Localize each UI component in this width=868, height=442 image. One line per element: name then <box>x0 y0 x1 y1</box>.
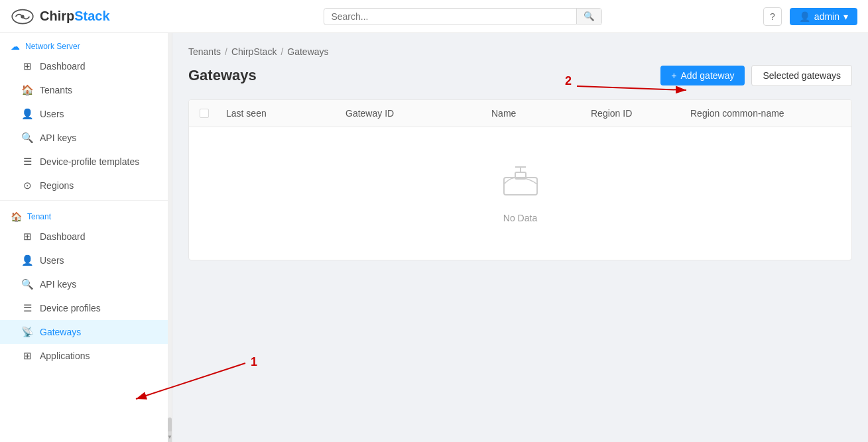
scrollbar-track[interactable] <box>168 33 172 442</box>
page-title: Gateways <box>188 67 257 84</box>
sidebar-item-users-t[interactable]: 👤 Users <box>0 249 172 272</box>
selected-gateways-button[interactable]: Selected gateways <box>751 65 852 86</box>
sidebar-item-label: Regions <box>40 180 74 191</box>
table-col-gateway-id: Gateway ID <box>345 108 491 119</box>
network-server-section: ☁ Network Server <box>0 33 172 54</box>
table-header: Last seen Gateway ID Name Region ID Regi… <box>189 100 851 127</box>
table-col-name: Name <box>491 108 591 119</box>
plus-icon: + <box>671 70 676 81</box>
breadcrumb: Tenants / ChirpStack / Gateways <box>188 46 852 57</box>
col-last-seen-label: Last seen <box>226 108 267 119</box>
sidebar-item-label: API keys <box>40 133 76 143</box>
sidebar-item-label: Users <box>40 255 64 266</box>
sidebar-item-label: Dashboard <box>40 61 86 72</box>
sidebar-item-label: Device profiles <box>40 303 101 313</box>
user-icon: 👤 <box>799 11 810 22</box>
sidebar-item-label: Gateways <box>40 327 81 337</box>
tenants-icon: 🏠 <box>21 84 33 96</box>
breadcrumb-sep-2: / <box>280 46 283 57</box>
main-layout: ☁ Network Server ⊞ Dashboard 🏠 Tenants 👤… <box>0 33 868 442</box>
help-button[interactable]: ? <box>763 7 782 26</box>
table-col-last-seen: Last seen <box>226 108 345 119</box>
tenant-label: Tenant <box>27 212 51 221</box>
sidebar-item-dashboard-ns[interactable]: ⊞ Dashboard <box>0 54 172 78</box>
sidebar-item-dashboard-t[interactable]: ⊞ Dashboard <box>0 225 172 249</box>
add-gateway-label: Add gateway <box>681 70 735 81</box>
device-profiles-t-icon: ☰ <box>21 302 33 314</box>
sidebar-item-label: API keys <box>40 279 76 290</box>
dashboard-t-icon: ⊞ <box>21 231 33 243</box>
help-icon: ? <box>770 11 775 22</box>
search-area: 🔍 <box>163 8 763 25</box>
sidebar-item-api-keys-ns[interactable]: 🔍 API keys <box>0 126 172 150</box>
no-data-text: No Data <box>503 213 537 223</box>
applications-icon: ⊞ <box>21 350 33 362</box>
add-gateway-button[interactable]: + Add gateway <box>660 66 745 85</box>
header: ChirpStack 🔍 ? 👤 admin ▾ <box>0 0 868 33</box>
breadcrumb-tenants[interactable]: Tenants <box>188 46 221 57</box>
tenant-section: 🏠 Tenant <box>0 203 172 225</box>
sidebar-item-device-profiles-ns[interactable]: ☰ Device-profile templates <box>0 150 172 174</box>
sidebar-item-regions[interactable]: ⊙ Regions <box>0 174 172 197</box>
select-all-checkbox[interactable] <box>200 109 209 118</box>
users-icon: 👤 <box>21 108 33 120</box>
sidebar-item-device-profiles-t[interactable]: ☰ Device profiles <box>0 296 172 320</box>
no-data-icon <box>501 164 540 205</box>
table-col-region-id: Region ID <box>591 108 690 119</box>
admin-menu-button[interactable]: 👤 admin ▾ <box>790 8 857 25</box>
sidebar-divider <box>0 200 172 201</box>
col-gateway-id-label: Gateway ID <box>345 108 394 119</box>
search-button[interactable]: 🔍 <box>576 9 601 24</box>
chirpstack-logo-icon <box>11 7 34 26</box>
selected-gateways-label: Selected gateways <box>763 70 841 81</box>
sidebar-item-label: Tenants <box>40 85 72 95</box>
sidebar: ☁ Network Server ⊞ Dashboard 🏠 Tenants 👤… <box>0 33 172 442</box>
table-col-checkbox <box>200 108 226 119</box>
svg-point-1 <box>21 15 24 18</box>
sidebar-item-gateways[interactable]: 📡 Gateways <box>0 320 172 344</box>
sidebar-item-label: Device-profile templates <box>40 156 139 167</box>
api-keys-icon: 🔍 <box>21 132 33 144</box>
gateways-table: Last seen Gateway ID Name Region ID Regi… <box>188 99 852 260</box>
admin-label: admin <box>814 11 839 22</box>
dashboard-icon: ⊞ <box>21 60 33 72</box>
main-content: Tenants / ChirpStack / Gateways Gateways… <box>172 33 868 442</box>
gateways-icon: 📡 <box>21 326 33 338</box>
table-body: No Data <box>189 127 851 260</box>
search-input[interactable] <box>331 11 568 22</box>
regions-icon: ⊙ <box>21 180 33 192</box>
logo-area: ChirpStack <box>11 7 163 26</box>
users-t-icon: 👤 <box>21 254 33 266</box>
col-region-common-name-label: Region common-name <box>690 108 784 119</box>
logo-text: ChirpStack <box>40 9 110 24</box>
sidebar-item-label: Dashboard <box>40 231 86 242</box>
content-inner: Tenants / ChirpStack / Gateways Gateways… <box>172 33 868 274</box>
breadcrumb-sep-1: / <box>225 46 227 57</box>
network-server-icon: ☁ <box>11 41 20 52</box>
device-profile-icon: ☰ <box>21 156 33 168</box>
network-server-label: Network Server <box>25 42 80 51</box>
scroll-down-arrow[interactable]: ▼ <box>168 431 172 442</box>
chevron-down-icon: ▾ <box>843 11 848 22</box>
sidebar-item-tenants[interactable]: 🏠 Tenants <box>0 78 172 102</box>
sidebar-item-label: Users <box>40 109 64 119</box>
sidebar-item-label: Applications <box>40 351 90 361</box>
col-name-label: Name <box>491 108 516 119</box>
sidebar-item-applications[interactable]: ⊞ Applications <box>0 344 172 368</box>
breadcrumb-gateways: Gateways <box>287 46 328 57</box>
sidebar-item-api-keys-t[interactable]: 🔍 API keys <box>0 272 172 296</box>
page-actions: + Add gateway Selected gateways <box>660 65 852 86</box>
table-col-region-common-name: Region common-name <box>690 108 841 119</box>
tenant-icon: 🏠 <box>11 211 22 222</box>
sidebar-item-users-ns[interactable]: 👤 Users <box>0 102 172 126</box>
col-region-id-label: Region ID <box>591 108 632 119</box>
search-box: 🔍 <box>324 8 602 25</box>
header-actions: ? 👤 admin ▾ <box>763 7 857 26</box>
breadcrumb-chirpstack[interactable]: ChirpStack <box>231 46 277 57</box>
search-icon: 🔍 <box>584 11 595 21</box>
api-keys-t-icon: 🔍 <box>21 278 33 290</box>
page-header: Gateways + Add gateway Selected gateways <box>188 65 852 86</box>
